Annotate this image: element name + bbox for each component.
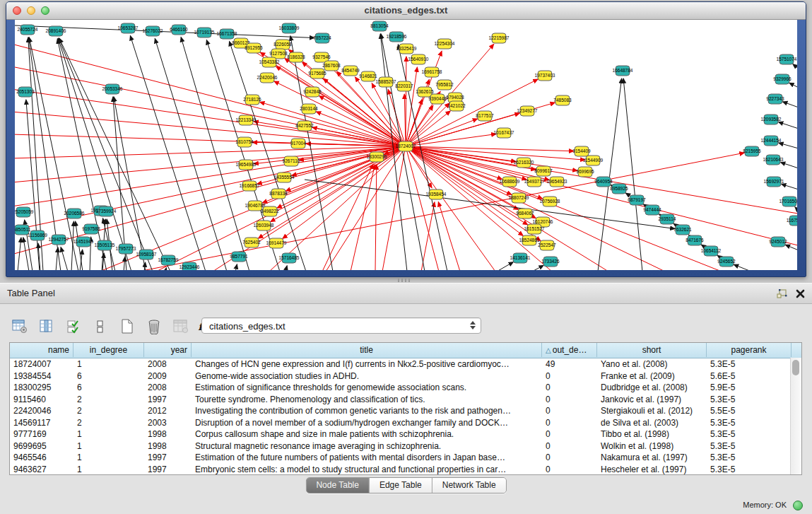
graph-node[interactable]: 19737403	[535, 71, 555, 81]
graph-edge[interactable]	[351, 165, 375, 270]
graph-edge[interactable]	[18, 238, 21, 270]
graph-node[interactable]: 16216320	[514, 158, 534, 168]
graph-edge[interactable]	[235, 264, 237, 270]
graph-node[interactable]: 12254304	[435, 39, 455, 49]
graph-edge[interactable]	[785, 245, 797, 250]
graph-node[interactable]: 8427552	[295, 121, 314, 131]
graph-edge[interactable]	[779, 143, 797, 148]
graph-edge[interactable]	[778, 122, 797, 129]
graph-node[interactable]: 1421022	[447, 101, 466, 111]
network-canvas[interactable]: 1872400724055724208914061065328715276022…	[15, 20, 797, 270]
graph-edge[interactable]	[406, 57, 406, 146]
graph-node[interactable]: 10167437	[494, 128, 514, 138]
graph-node[interactable]: 15493717	[524, 177, 545, 187]
table-options-icon[interactable]	[11, 318, 28, 335]
graph-edge[interactable]	[532, 265, 543, 270]
column-header-in_degree[interactable]: in_degree	[73, 343, 144, 357]
graph-edge[interactable]	[795, 207, 797, 211]
table-row[interactable]: 1456911722003Disruption of a novel membe…	[10, 417, 801, 429]
tab-node-table[interactable]: Node Table	[306, 478, 369, 493]
column-header-name[interactable]: name	[10, 343, 73, 357]
graph-node[interactable]: 7625402	[242, 238, 261, 247]
tab-edge-table[interactable]: Edge Table	[369, 478, 432, 493]
graph-node[interactable]: 12215987	[489, 33, 510, 43]
graph-node[interactable]: 17957273	[116, 244, 136, 254]
graph-edge[interactable]	[15, 44, 406, 146]
table-row[interactable]: 1830029562008Estimation of significance …	[10, 382, 801, 394]
graph-node[interactable]: 15885207	[376, 77, 396, 87]
row-select-icon[interactable]	[65, 318, 82, 335]
table-select-dropdown[interactable]: citations_edges.txt	[201, 317, 481, 334]
graph-node[interactable]: 9242848	[303, 87, 322, 97]
graph-node[interactable]: 9640954	[594, 177, 613, 187]
graph-node[interactable]: 12923446	[180, 262, 200, 270]
graph-node[interactable]: 9227343	[766, 94, 784, 104]
graph-node[interactable]: 17016504	[779, 197, 797, 206]
graph-node[interactable]: 9245012	[769, 237, 787, 247]
graph-node[interactable]: 6879197	[628, 195, 646, 205]
graph-node[interactable]: 12603948	[254, 221, 274, 230]
graph-node[interactable]: 1810754	[235, 137, 254, 147]
graph-node[interactable]: 7955812	[435, 80, 454, 90]
graph-edge[interactable]	[124, 257, 125, 270]
graph-node[interactable]: 12349277	[517, 106, 538, 116]
graph-edge[interactable]	[598, 78, 622, 270]
graph-node[interactable]: 10719135	[194, 28, 215, 37]
table-row[interactable]: 911546021997Tourette syndrome. Phenomeno…	[10, 394, 801, 406]
table-row[interactable]: 969969511998Structural magnetic resonanc…	[10, 440, 801, 452]
table-row[interactable]: 946554611997Estimation of the future num…	[10, 452, 801, 464]
graph-node[interactable]: 19166857	[240, 181, 260, 191]
graph-edge[interactable]	[497, 262, 513, 270]
column-header-out_degree[interactable]: △out_de…	[542, 343, 597, 357]
graph-node[interactable]: 7632621	[673, 225, 692, 235]
graph-node[interactable]: 12093582	[761, 115, 782, 124]
column-visibility-icon[interactable]	[38, 318, 55, 335]
graph-node[interactable]: 25205059	[15, 207, 34, 217]
graph-node[interactable]: 15640910	[408, 54, 429, 64]
graph-node[interactable]: 18524861	[519, 235, 540, 245]
graph-edge[interactable]	[286, 266, 287, 270]
graph-node[interactable]: 9857791	[230, 252, 248, 262]
graph-node[interactable]: 2718126	[243, 95, 261, 105]
graph-node[interactable]: 10756928	[540, 197, 560, 206]
graph-node[interactable]: 6466160	[170, 25, 188, 35]
graph-node[interactable]: 11675340	[787, 216, 797, 226]
graph-node[interactable]: 8912955	[245, 43, 263, 53]
graph-node[interactable]: 9175685	[308, 69, 326, 78]
graph-node[interactable]: 16151527	[524, 224, 545, 234]
graph-node[interactable]: 13505135	[95, 240, 115, 250]
table-row[interactable]: 1938455462009Genome-wide association stu…	[10, 370, 801, 382]
graph-edge[interactable]	[734, 264, 751, 270]
graph-node[interactable]: 2051303	[16, 87, 35, 97]
graph-node[interactable]: 14136141	[510, 253, 531, 263]
graph-edge[interactable]	[781, 184, 797, 189]
graph-edge[interactable]	[71, 221, 73, 270]
graph-node[interactable]: 15716485	[279, 253, 300, 263]
graph-node[interactable]: 8878334	[269, 189, 288, 199]
close-button[interactable]	[13, 6, 21, 15]
graph-edge[interactable]	[15, 146, 406, 158]
close-panel-icon[interactable]	[796, 288, 805, 301]
graph-node[interactable]: 19218596	[387, 32, 407, 42]
graph-node[interactable]: 9390448	[428, 94, 447, 104]
graph-node[interactable]: 8186328	[287, 52, 305, 62]
graph-node[interactable]: 9267110	[283, 156, 300, 166]
graph-edge[interactable]	[782, 102, 797, 107]
graph-node[interactable]: 9329966	[773, 74, 792, 84]
graph-edge[interactable]	[165, 268, 166, 270]
graph-node[interactable]: 19654985	[236, 160, 257, 170]
graph-edge[interactable]	[58, 38, 131, 270]
graph-edge[interactable]	[780, 162, 797, 168]
graph-node[interactable]: 20053346	[102, 84, 123, 94]
scrollbar-thumb[interactable]	[792, 360, 799, 375]
graph-node[interactable]: 19654923	[547, 177, 567, 187]
graph-node[interactable]: 16671358	[217, 29, 237, 39]
graph-node[interactable]: 2867608	[322, 61, 341, 71]
graph-node[interactable]: 15751074	[777, 54, 797, 64]
graph-node[interactable]: 12213349	[236, 115, 257, 125]
graph-edge[interactable]	[404, 94, 406, 146]
graph-node[interactable]: 10653287	[118, 23, 139, 33]
graph-node[interactable]: 8215955	[743, 146, 761, 156]
graph-node[interactable]: 8958925	[610, 184, 628, 194]
graph-edge[interactable]	[406, 105, 433, 146]
